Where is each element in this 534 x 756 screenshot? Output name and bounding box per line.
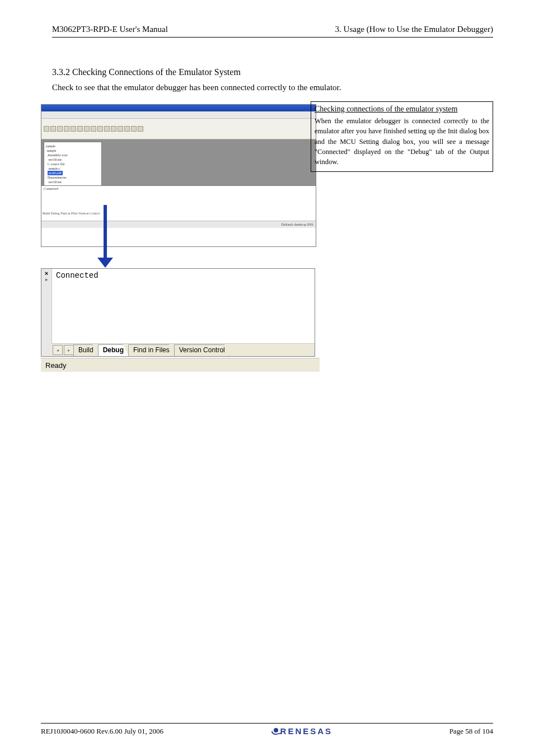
section-title: 3.3.2 Checking Connections of the Emulat… [52,67,241,77]
tree-selected-item: ncrt0.a30 [48,171,63,175]
close-icon[interactable]: × [45,270,48,277]
callout-text: When the emulator debugger is connected … [315,116,489,167]
callout-title: Checking connections of the emulator sys… [315,104,489,115]
output-window: × ▸ Connected ◂ ▸ Build Debug Find in Fi… [41,268,315,357]
footer-right: Page 58 of 104 [449,727,493,736]
status-ready: Ready [41,358,320,372]
toolbar-icon [57,126,63,132]
toolbar-icon [91,126,96,132]
toolbar-icon [84,126,90,132]
ide-statusbar: Default desktop INS [41,221,316,228]
footer-left: REJ10J0040-0600 Rev.6.00 July 01, 2006 [41,727,163,736]
toolbar-icon [71,126,76,132]
status-right: Default desktop INS [281,222,313,227]
toolbar-icon [50,126,56,132]
ide-client-area: sample sample Assembly sour sect30.inc C… [41,139,316,221]
ide-menubar [41,111,316,119]
output-window-grip: × ▸ [41,269,52,356]
toolbar-icon [138,126,143,132]
tab-version-control[interactable]: Version Control [174,344,230,356]
toolbar-icon [118,126,123,132]
footer-rule [41,723,493,724]
toolbar-icon [77,126,83,132]
ide-window: sample sample Assembly sour sect30.inc C… [41,104,316,247]
toolbar-icon [131,126,137,132]
tab-build[interactable]: Build [73,344,99,356]
output-message: Connected [56,271,99,280]
toolbar-icon [97,126,103,132]
section-body: Check to see that the emulator debugger … [52,83,341,92]
tab-find-in-files[interactable]: Find in Files [128,344,175,356]
header-left: M3062PT3-RPD-E User's Manual [52,25,168,34]
ide-output-text: Connected [44,187,58,190]
ide-titlebar [41,105,316,111]
toolbar-icon [104,126,110,132]
brand-logo: RENESAS [280,726,333,736]
figure-emulator-screenshot: sample sample Assembly sour sect30.inc C… [41,104,315,356]
brand-dot-icon [274,728,278,732]
tab-nav-next[interactable]: ▸ [64,345,74,355]
arrow-stem [104,205,107,258]
toolbar-icon [111,126,116,132]
header-rule [52,37,493,38]
pin-icon[interactable]: ▸ [45,278,48,281]
tab-debug[interactable]: Debug [98,344,129,356]
ide-toolbar [41,119,316,139]
output-tabs-row: ◂ ▸ Build Debug Find in Files Version Co… [51,343,315,356]
arrow-down-icon [97,258,113,268]
tab-nav-prev[interactable]: ◂ [53,345,63,355]
toolbar-icon [124,126,130,132]
toolbar-icon [44,126,49,132]
ide-output-tabs: Build Debug Find in Files Version Contro… [43,212,100,215]
callout-box: Checking connections of the emulator sys… [311,101,493,172]
brand-text: RENESAS [280,726,333,736]
header-right: 3. Usage (How to Use the Emulator Debugg… [335,25,493,34]
ide-output-pane: Connected Build Debug Find in Files Vers… [41,185,316,221]
toolbar-icon [64,126,69,132]
